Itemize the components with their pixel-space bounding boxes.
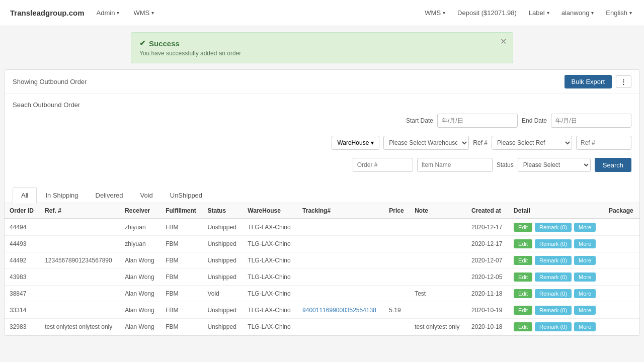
cell-note: test onlytest only bbox=[410, 319, 466, 335]
table-row: 44494 zhiyuan FBM Unshipped TLG-LAX-Chin… bbox=[5, 219, 639, 236]
tab-unshipped[interactable]: UnShipped bbox=[162, 187, 211, 203]
main-container: Showing Outbound Order Bulk Export ⋮ Sea… bbox=[4, 69, 640, 336]
remark-button[interactable]: Remark (0) bbox=[535, 289, 572, 298]
cell-created: 2020-12-17 bbox=[466, 219, 509, 236]
tracking-link[interactable]: 940011169900035255413​8 bbox=[302, 307, 376, 314]
remark-button[interactable]: Remark (0) bbox=[535, 256, 572, 265]
navbar-left: Transleadgroup.com Admin ▾ WMS ▾ bbox=[10, 6, 156, 20]
edit-button[interactable]: Edit bbox=[514, 273, 532, 282]
success-alert: ✔ Success You have successfully added an… bbox=[131, 32, 513, 63]
cell-note: Test bbox=[410, 286, 466, 302]
warehouse-ref-row: WareHouse ▾ Please Select Warehouse Ref … bbox=[332, 136, 631, 150]
cell-warehouse: TLG-LAX-Chino bbox=[243, 319, 297, 335]
edit-button[interactable]: Edit bbox=[514, 322, 532, 331]
edit-button[interactable]: Edit bbox=[514, 306, 532, 315]
cell-tracking bbox=[297, 252, 384, 269]
user-menu[interactable]: alanwong ▾ bbox=[559, 6, 596, 20]
order-input[interactable] bbox=[353, 158, 413, 172]
search-section: Seach Outbound Order Start Date End Date… bbox=[5, 94, 639, 185]
cell-tracking bbox=[297, 286, 384, 302]
tab-all[interactable]: All bbox=[13, 187, 37, 203]
remark-button[interactable]: Remark (0) bbox=[535, 223, 572, 232]
col-fulfillment: Fulfillment bbox=[160, 203, 202, 219]
ref-input[interactable] bbox=[576, 136, 631, 150]
cell-ref: test onlytest onlytest only bbox=[40, 319, 120, 335]
cell-tracking: 940011169900035255413​8 bbox=[297, 302, 384, 319]
cell-ref bbox=[40, 219, 120, 236]
more-button[interactable]: More bbox=[574, 256, 596, 265]
cell-receiver: Alan Wong bbox=[120, 252, 160, 269]
cell-status: Unshipped bbox=[202, 236, 243, 252]
cell-detail: Edit Remark (0) More bbox=[509, 302, 604, 319]
more-button[interactable]: More bbox=[574, 273, 596, 282]
cell-warehouse: TLG-LAX-Chino bbox=[243, 236, 297, 252]
end-date-input[interactable] bbox=[551, 114, 631, 128]
deposit-menu[interactable]: Deposit ($12071.98) bbox=[455, 6, 519, 20]
cell-created: 2020-12-05 bbox=[466, 269, 509, 286]
cell-order-id: 43983 bbox=[5, 269, 40, 286]
cell-warehouse: TLG-LAX-Chino bbox=[243, 302, 297, 319]
warehouse-button-label: WareHouse bbox=[337, 139, 369, 146]
language-menu[interactable]: English ▾ bbox=[604, 6, 634, 20]
cell-order-id: 38847 bbox=[5, 286, 40, 302]
ref-select[interactable]: Please Select Ref bbox=[492, 136, 572, 150]
language-caret-icon: ▾ bbox=[629, 10, 632, 16]
cell-package bbox=[604, 236, 639, 252]
tab-in-shipping[interactable]: In Shipping bbox=[37, 187, 87, 203]
cell-receiver: zhiyuan bbox=[120, 219, 160, 236]
remark-button[interactable]: Remark (0) bbox=[535, 239, 572, 248]
warehouse-select[interactable]: Please Select Warehouse bbox=[383, 136, 469, 150]
more-button[interactable]: More bbox=[574, 289, 596, 298]
edit-button[interactable]: Edit bbox=[514, 289, 532, 298]
remark-button[interactable]: Remark (0) bbox=[535, 273, 572, 282]
item-name-input[interactable] bbox=[417, 158, 493, 172]
cell-warehouse: TLG-LAX-Chino bbox=[243, 252, 297, 269]
cell-status: Unshipped bbox=[202, 302, 243, 319]
table-row: 38847 Alan Wong FBM Void TLG-LAX-Chino T… bbox=[5, 286, 639, 302]
col-price: Price bbox=[384, 203, 410, 219]
wms-menu-right[interactable]: WMS ▾ bbox=[423, 6, 447, 20]
more-button[interactable]: More bbox=[574, 223, 596, 232]
wms-menu-left[interactable]: WMS ▾ bbox=[131, 6, 156, 20]
col-detail: Detail bbox=[509, 203, 604, 219]
cell-price bbox=[384, 219, 410, 236]
wms-right-caret-icon: ▾ bbox=[443, 10, 445, 16]
more-button[interactable]: More bbox=[574, 306, 596, 315]
edit-button[interactable]: Edit bbox=[514, 239, 532, 248]
navbar: Transleadgroup.com Admin ▾ WMS ▾ WMS ▾ D… bbox=[0, 0, 644, 26]
cell-warehouse: TLG-LAX-Chino bbox=[243, 269, 297, 286]
tab-delivered[interactable]: Delivered bbox=[87, 187, 132, 203]
cell-order-id: 44492 bbox=[5, 252, 40, 269]
more-options-button[interactable]: ⋮ bbox=[616, 75, 631, 88]
start-date-input[interactable] bbox=[437, 114, 518, 128]
warehouse-button[interactable]: WareHouse ▾ bbox=[332, 136, 379, 150]
cell-receiver: Alan Wong bbox=[120, 286, 160, 302]
status-select[interactable]: Please Select bbox=[518, 158, 591, 172]
remark-button[interactable]: Remark (0) bbox=[535, 306, 572, 315]
col-receiver: Receiver bbox=[120, 203, 160, 219]
col-note: Note bbox=[410, 203, 466, 219]
col-created: Created at bbox=[466, 203, 509, 219]
cell-created: 2020-10-19 bbox=[466, 302, 509, 319]
alert-close-button[interactable]: ✕ bbox=[500, 37, 507, 46]
brand: Transleadgroup.com bbox=[10, 9, 85, 17]
edit-button[interactable]: Edit bbox=[514, 256, 532, 265]
cell-package bbox=[604, 286, 639, 302]
status-label: Status bbox=[497, 161, 514, 168]
cell-receiver: Alan Wong bbox=[120, 269, 160, 286]
bulk-export-button[interactable]: Bulk Export bbox=[565, 75, 612, 88]
admin-menu[interactable]: Admin ▾ bbox=[95, 6, 122, 20]
label-menu[interactable]: Label ▾ bbox=[527, 6, 551, 20]
cell-note bbox=[410, 236, 466, 252]
edit-button[interactable]: Edit bbox=[514, 223, 532, 232]
tab-void[interactable]: Void bbox=[131, 187, 161, 203]
cell-fulfillment: FBM bbox=[160, 286, 202, 302]
more-button[interactable]: More bbox=[574, 322, 596, 331]
cell-order-id: 44494 bbox=[5, 219, 40, 236]
remark-button[interactable]: Remark (0) bbox=[535, 322, 572, 331]
more-button[interactable]: More bbox=[574, 239, 596, 248]
search-button[interactable]: Search bbox=[595, 158, 631, 172]
cell-ref bbox=[40, 286, 120, 302]
label-caret-icon: ▾ bbox=[547, 10, 549, 16]
table-container: Order ID Ref. # Receiver Fulfillment Sta… bbox=[5, 203, 639, 335]
